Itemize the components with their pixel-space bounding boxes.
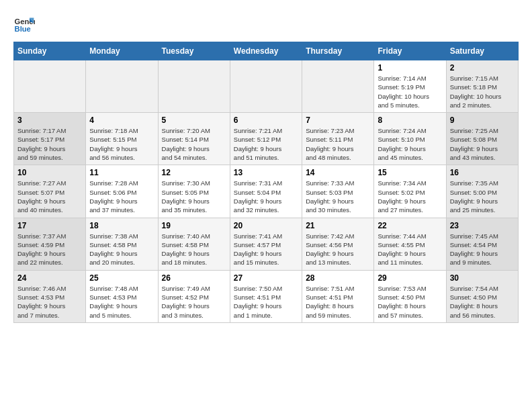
day-number: 22 [378,221,442,230]
day-number: 15 [378,168,442,177]
day-number: 9 [450,116,515,125]
day-info: Sunrise: 7:45 AM Sunset: 4:54 PM Dayligh… [450,232,515,267]
calendar-cell: 9Sunrise: 7:25 AM Sunset: 5:08 PM Daylig… [446,113,518,165]
calendar-week-4: 17Sunrise: 7:37 AM Sunset: 4:59 PM Dayli… [14,218,519,270]
day-info: Sunrise: 7:42 AM Sunset: 4:56 PM Dayligh… [306,232,370,267]
day-info: Sunrise: 7:21 AM Sunset: 5:12 PM Dayligh… [234,126,298,162]
weekday-header-thursday: Thursday [302,42,374,60]
calendar-cell: 18Sunrise: 7:38 AM Sunset: 4:58 PM Dayli… [86,218,158,270]
calendar-cell: 26Sunrise: 7:49 AM Sunset: 4:52 PM Dayli… [158,270,230,322]
calendar-cell: 14Sunrise: 7:33 AM Sunset: 5:03 PM Dayli… [302,165,374,218]
day-info: Sunrise: 7:28 AM Sunset: 5:06 PM Dayligh… [89,179,154,214]
day-info: Sunrise: 7:34 AM Sunset: 5:02 PM Dayligh… [378,179,442,214]
weekday-header-monday: Monday [86,42,158,60]
calendar-cell: 29Sunrise: 7:53 AM Sunset: 4:50 PM Dayli… [374,270,446,322]
calendar-cell: 23Sunrise: 7:45 AM Sunset: 4:54 PM Dayli… [446,218,518,270]
day-info: Sunrise: 7:49 AM Sunset: 4:52 PM Dayligh… [162,284,226,320]
day-number: 23 [450,221,515,230]
calendar-cell: 27Sunrise: 7:50 AM Sunset: 4:51 PM Dayli… [230,270,302,322]
day-info: Sunrise: 7:38 AM Sunset: 4:58 PM Dayligh… [89,232,154,267]
day-number: 4 [89,116,154,125]
calendar-cell: 7Sunrise: 7:23 AM Sunset: 5:11 PM Daylig… [302,113,374,165]
calendar-cell [158,60,230,113]
calendar-cell: 6Sunrise: 7:21 AM Sunset: 5:12 PM Daylig… [230,113,302,165]
day-number: 26 [162,273,226,283]
calendar-cell: 21Sunrise: 7:42 AM Sunset: 4:56 PM Dayli… [302,218,374,270]
day-info: Sunrise: 7:25 AM Sunset: 5:08 PM Dayligh… [450,126,515,162]
day-number: 16 [450,168,515,177]
calendar-week-3: 10Sunrise: 7:27 AM Sunset: 5:07 PM Dayli… [14,165,519,218]
day-info: Sunrise: 7:14 AM Sunset: 5:19 PM Dayligh… [378,74,442,109]
day-number: 1 [378,63,442,73]
day-info: Sunrise: 7:24 AM Sunset: 5:10 PM Dayligh… [378,126,442,162]
day-info: Sunrise: 7:31 AM Sunset: 5:04 PM Dayligh… [234,179,298,214]
day-info: Sunrise: 7:44 AM Sunset: 4:55 PM Dayligh… [378,232,442,267]
calendar-cell: 24Sunrise: 7:46 AM Sunset: 4:53 PM Dayli… [14,270,86,322]
day-info: Sunrise: 7:23 AM Sunset: 5:11 PM Dayligh… [306,126,370,162]
calendar-cell: 22Sunrise: 7:44 AM Sunset: 4:55 PM Dayli… [374,218,446,270]
weekday-header-wednesday: Wednesday [230,42,302,60]
day-info: Sunrise: 7:15 AM Sunset: 5:18 PM Dayligh… [450,74,515,109]
day-number: 14 [306,168,370,177]
day-info: Sunrise: 7:54 AM Sunset: 4:50 PM Dayligh… [450,284,515,320]
calendar-cell: 28Sunrise: 7:51 AM Sunset: 4:51 PM Dayli… [302,270,374,322]
logo-icon: General Blue [13,13,35,35]
day-number: 7 [306,116,370,125]
weekday-header-row: SundayMondayTuesdayWednesdayThursdayFrid… [14,42,519,60]
day-info: Sunrise: 7:37 AM Sunset: 4:59 PM Dayligh… [17,232,82,267]
day-number: 17 [17,221,82,230]
day-info: Sunrise: 7:27 AM Sunset: 5:07 PM Dayligh… [17,179,82,214]
day-number: 10 [17,168,82,177]
calendar-cell: 17Sunrise: 7:37 AM Sunset: 4:59 PM Dayli… [14,218,86,270]
day-info: Sunrise: 7:40 AM Sunset: 4:58 PM Dayligh… [162,232,226,267]
calendar-week-1: 1Sunrise: 7:14 AM Sunset: 5:19 PM Daylig… [14,60,519,113]
day-number: 21 [306,221,370,230]
logo: General Blue [13,13,38,35]
day-number: 30 [450,273,515,283]
calendar-cell: 15Sunrise: 7:34 AM Sunset: 5:02 PM Dayli… [374,165,446,218]
calendar-cell: 30Sunrise: 7:54 AM Sunset: 4:50 PM Dayli… [446,270,518,322]
calendar-cell: 13Sunrise: 7:31 AM Sunset: 5:04 PM Dayli… [230,165,302,218]
calendar-cell: 20Sunrise: 7:41 AM Sunset: 4:57 PM Dayli… [230,218,302,270]
day-number: 27 [234,273,298,283]
day-info: Sunrise: 7:35 AM Sunset: 5:00 PM Dayligh… [450,179,515,214]
day-number: 3 [17,116,82,125]
calendar-week-5: 24Sunrise: 7:46 AM Sunset: 4:53 PM Dayli… [14,270,519,322]
day-number: 11 [89,168,154,177]
calendar-cell [86,60,158,113]
calendar-cell: 8Sunrise: 7:24 AM Sunset: 5:10 PM Daylig… [374,113,446,165]
header: General Blue [13,13,519,35]
calendar: SundayMondayTuesdayWednesdayThursdayFrid… [13,42,519,323]
calendar-cell: 19Sunrise: 7:40 AM Sunset: 4:58 PM Dayli… [158,218,230,270]
day-info: Sunrise: 7:20 AM Sunset: 5:14 PM Dayligh… [162,126,226,162]
day-info: Sunrise: 7:30 AM Sunset: 5:05 PM Dayligh… [162,179,226,214]
calendar-cell [230,60,302,113]
day-number: 5 [162,116,226,125]
day-number: 20 [234,221,298,230]
day-number: 6 [234,116,298,125]
calendar-cell: 5Sunrise: 7:20 AM Sunset: 5:14 PM Daylig… [158,113,230,165]
day-number: 18 [89,221,154,230]
calendar-cell: 1Sunrise: 7:14 AM Sunset: 5:19 PM Daylig… [374,60,446,113]
weekday-header-sunday: Sunday [14,42,86,60]
day-info: Sunrise: 7:41 AM Sunset: 4:57 PM Dayligh… [234,232,298,267]
calendar-cell: 2Sunrise: 7:15 AM Sunset: 5:18 PM Daylig… [446,60,518,113]
day-number: 19 [162,221,226,230]
calendar-cell: 16Sunrise: 7:35 AM Sunset: 5:00 PM Dayli… [446,165,518,218]
day-info: Sunrise: 7:48 AM Sunset: 4:53 PM Dayligh… [89,284,154,320]
day-info: Sunrise: 7:46 AM Sunset: 4:53 PM Dayligh… [17,284,82,320]
calendar-cell [14,60,86,113]
day-number: 25 [89,273,154,283]
calendar-cell: 11Sunrise: 7:28 AM Sunset: 5:06 PM Dayli… [86,165,158,218]
weekday-header-saturday: Saturday [446,42,518,60]
calendar-cell: 3Sunrise: 7:17 AM Sunset: 5:17 PM Daylig… [14,113,86,165]
day-info: Sunrise: 7:53 AM Sunset: 4:50 PM Dayligh… [378,284,442,320]
day-number: 13 [234,168,298,177]
day-number: 28 [306,273,370,283]
calendar-week-2: 3Sunrise: 7:17 AM Sunset: 5:17 PM Daylig… [14,113,519,165]
day-number: 2 [450,63,515,73]
day-number: 24 [17,273,82,283]
day-number: 29 [378,273,442,283]
weekday-header-friday: Friday [374,42,446,60]
calendar-cell: 10Sunrise: 7:27 AM Sunset: 5:07 PM Dayli… [14,165,86,218]
